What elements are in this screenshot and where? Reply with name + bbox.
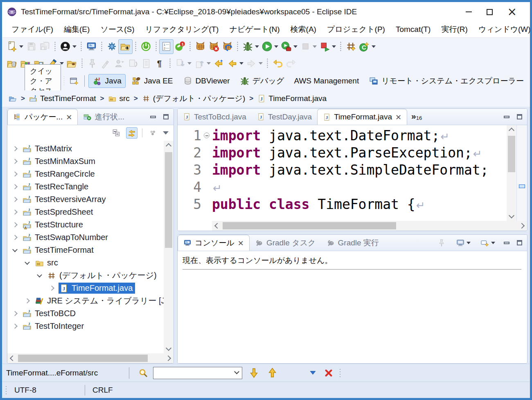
tab-package-explorer[interactable]: パッケー... ✕ bbox=[7, 109, 78, 125]
breadcrumb-item[interactable]: src bbox=[108, 94, 129, 103]
scrollbar-thumb[interactable] bbox=[18, 355, 148, 362]
search-input[interactable] bbox=[153, 367, 242, 379]
menu-item[interactable]: ファイル(F) bbox=[6, 22, 59, 37]
scroll-up-icon[interactable] bbox=[509, 128, 514, 133]
spring-badge-button[interactable]: 1 bbox=[173, 40, 187, 54]
editor-horizontal-scrollbar[interactable] bbox=[212, 221, 527, 231]
tree-item-testminmaxsum[interactable]: JTestMinMaxSum bbox=[7, 155, 163, 168]
code-line-2[interactable]: 2import java.text.ParseException;↵ bbox=[178, 144, 507, 161]
perspective-java[interactable]: JJava bbox=[89, 74, 125, 88]
console-monitor-button[interactable] bbox=[85, 40, 98, 54]
link-with-editor-button[interactable] bbox=[126, 128, 137, 138]
tree-item-testrangecircle[interactable]: JTestRangeCircle bbox=[7, 168, 163, 180]
tree-item-testreversivearray[interactable]: JTestReversiveArray bbox=[7, 193, 163, 206]
externalize-strings-button[interactable] bbox=[113, 56, 126, 70]
menu-item[interactable]: ウィンドウ(W) bbox=[473, 22, 532, 37]
menu-item[interactable]: ソース(S) bbox=[95, 22, 140, 37]
redo-button[interactable] bbox=[284, 56, 298, 70]
chevron-right-icon[interactable] bbox=[25, 298, 30, 303]
maximize-button[interactable] bbox=[487, 9, 493, 15]
new-wizard-button[interactable] bbox=[5, 40, 25, 54]
overview-ruler[interactable] bbox=[516, 125, 527, 221]
dropdown-arrow-icon[interactable] bbox=[467, 242, 471, 244]
menu-item[interactable]: ナビゲート(N) bbox=[224, 22, 285, 37]
perspective-aws-management[interactable]: AWS Management bbox=[290, 75, 363, 87]
tree-item-teststructure[interactable]: J!TestStructure bbox=[7, 218, 163, 231]
chevron-right-icon[interactable] bbox=[12, 235, 18, 240]
doc-sync-button[interactable] bbox=[126, 56, 140, 70]
chevron-down-icon[interactable] bbox=[37, 272, 42, 278]
dropdown-arrow-icon[interactable] bbox=[187, 62, 192, 65]
chevron-right-icon[interactable] bbox=[12, 146, 18, 151]
close-search-button[interactable] bbox=[323, 366, 334, 380]
collapse-all-button[interactable] bbox=[111, 128, 122, 138]
open-perspective-button[interactable] bbox=[68, 74, 80, 88]
perspective--[interactable]: リモート・システム・エクスプローラー bbox=[365, 74, 527, 88]
menu-item[interactable]: プロジェクト(P) bbox=[322, 22, 390, 37]
tree-item-testrectangle[interactable]: JTestRecTangle bbox=[7, 180, 163, 193]
dropdown-arrow-icon[interactable] bbox=[332, 45, 336, 48]
code-line-5[interactable]: 5public class TimeFormat {↵ bbox=[178, 196, 507, 213]
chevron-right-icon[interactable] bbox=[12, 222, 18, 227]
dropdown-arrow-icon[interactable] bbox=[239, 62, 243, 65]
dropdown-arrow-icon[interactable] bbox=[372, 45, 376, 48]
dropdown-arrow-icon[interactable] bbox=[293, 45, 298, 48]
user-button[interactable] bbox=[59, 40, 78, 54]
code-area[interactable]: 1import java.text.DateFormat;↵2import ja… bbox=[178, 125, 507, 221]
chevron-down-icon[interactable] bbox=[25, 260, 30, 265]
close-icon[interactable]: ✕ bbox=[66, 113, 72, 121]
dropdown-arrow-icon[interactable] bbox=[72, 45, 77, 48]
code-line-1[interactable]: 1import java.text.DateFormat;↵ bbox=[178, 127, 507, 144]
chevron-right-icon[interactable] bbox=[12, 209, 18, 215]
tab-testtobcd[interactable]: J TestToBcd.java bbox=[178, 109, 252, 125]
dropdown-arrow-icon[interactable] bbox=[207, 62, 211, 65]
menu-item[interactable]: リファクタリング(T) bbox=[140, 22, 224, 37]
scroll-left-icon[interactable] bbox=[214, 223, 220, 229]
chevron-down-icon[interactable] bbox=[234, 369, 239, 374]
forward-button[interactable] bbox=[245, 56, 264, 70]
chevron-down-icon[interactable] bbox=[12, 247, 18, 252]
maximize-view-button[interactable] bbox=[163, 114, 169, 119]
new-console-button[interactable] bbox=[479, 236, 496, 250]
tree-item-testswaptonumber[interactable]: JTestSwapToNumber bbox=[7, 231, 163, 244]
scrollbar-thumb[interactable] bbox=[508, 136, 515, 172]
chevron-right-icon[interactable] bbox=[12, 171, 18, 177]
new-class-button[interactable]: C bbox=[358, 40, 377, 54]
tab-timeformat[interactable]: J TimeFormat.java ✕ bbox=[317, 109, 407, 125]
search-options-button[interactable] bbox=[308, 366, 318, 380]
breadcrumb-item[interactable]: JTestTimeFormat bbox=[29, 94, 96, 103]
dropdown-arrow-icon[interactable] bbox=[259, 62, 263, 65]
run-tool-button[interactable] bbox=[280, 40, 299, 54]
tree-item--[interactable]: (デフォルト・パッケージ) bbox=[7, 269, 163, 282]
last-edit-button[interactable] bbox=[212, 56, 225, 70]
close-button[interactable]: × bbox=[507, 8, 517, 16]
tab-gradle-tasks[interactable]: Gradle タスク bbox=[250, 235, 321, 251]
code-line-4[interactable]: 4↵ bbox=[178, 178, 507, 196]
tree-item-testtobcd[interactable]: JTestToBCD bbox=[7, 307, 163, 320]
save-all-button[interactable] bbox=[38, 40, 52, 54]
scroll-right-icon[interactable] bbox=[519, 223, 525, 229]
find-previous-button[interactable] bbox=[266, 366, 279, 380]
view-menu-button[interactable] bbox=[163, 131, 169, 135]
pin-console-button[interactable] bbox=[436, 236, 447, 250]
minimize-button[interactable] bbox=[466, 11, 472, 12]
tree-item-testtimeformat[interactable]: JTestTimeFormat bbox=[7, 244, 163, 256]
chevron-right-icon[interactable] bbox=[49, 285, 54, 291]
prev-annotation-button[interactable] bbox=[193, 56, 212, 70]
format-brush-button[interactable] bbox=[99, 56, 113, 70]
mark-occurrences-button[interactable] bbox=[86, 56, 99, 70]
focus-on-active-task-button[interactable] bbox=[147, 128, 158, 138]
dropdown-arrow-icon[interactable] bbox=[491, 242, 495, 244]
undo-button[interactable] bbox=[271, 56, 284, 70]
chevron-right-icon[interactable] bbox=[12, 184, 18, 189]
tab-gradle-executions[interactable]: Gradle 実行 bbox=[321, 235, 384, 251]
tree-item-timeformat-java[interactable]: JTimeFormat.java bbox=[7, 282, 163, 294]
back-button[interactable] bbox=[225, 56, 245, 70]
open-console-button[interactable] bbox=[455, 236, 472, 250]
gear-button[interactable] bbox=[105, 40, 119, 54]
more-editors-button[interactable]: » 16 bbox=[407, 109, 424, 125]
scrollbar-thumb[interactable] bbox=[223, 222, 396, 229]
menu-item[interactable]: 検索(A) bbox=[285, 22, 322, 37]
scroll-left-icon[interactable] bbox=[10, 355, 16, 361]
menu-item[interactable]: 実行(R) bbox=[436, 22, 473, 37]
